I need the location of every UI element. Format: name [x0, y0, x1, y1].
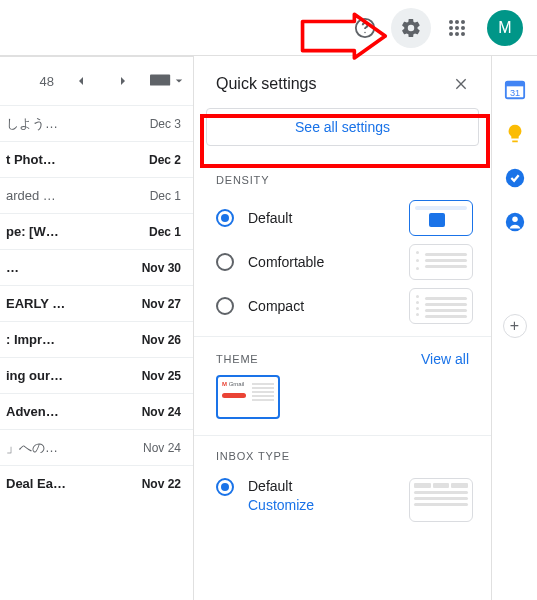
message-row[interactable]: Adven…Nov 24	[0, 393, 193, 429]
inbox-type-default-radio[interactable]	[216, 478, 234, 496]
inbox-customize-link[interactable]: Customize	[248, 497, 395, 513]
svg-text:31: 31	[509, 88, 519, 98]
density-preview	[409, 288, 473, 324]
close-panel-button[interactable]	[449, 72, 473, 96]
keep-icon	[504, 123, 526, 145]
density-label: Default	[248, 210, 395, 226]
inbox-section-title: INBOX TYPE	[194, 436, 491, 472]
message-subject: 」への…	[6, 439, 58, 457]
list-toolbar: 48	[0, 57, 193, 105]
quick-settings-panel: Quick settings See all settings DENSITY …	[193, 56, 491, 600]
density-option-comfortable[interactable]: Comfortable	[194, 240, 491, 284]
message-date: Nov 24	[142, 405, 181, 419]
density-preview	[409, 200, 473, 236]
svg-point-4	[461, 20, 465, 24]
message-subject: …	[6, 260, 19, 275]
message-row[interactable]: arded …Dec 1	[0, 177, 193, 213]
svg-point-7	[461, 26, 465, 30]
plus-icon: +	[510, 317, 519, 335]
help-button[interactable]	[345, 8, 385, 48]
tasks-icon	[504, 167, 526, 189]
svg-rect-13	[505, 82, 523, 87]
keep-addon[interactable]	[503, 122, 527, 146]
panel-title: Quick settings	[216, 75, 316, 93]
page-count: 48	[40, 74, 54, 89]
close-icon	[453, 76, 469, 92]
message-row[interactable]: 」への…Nov 24	[0, 429, 193, 465]
svg-point-3	[455, 20, 459, 24]
svg-point-2	[449, 20, 453, 24]
message-date: Dec 2	[149, 153, 181, 167]
svg-point-1	[364, 31, 365, 32]
next-page-button[interactable]	[108, 73, 138, 89]
message-subject: : Impr…	[6, 332, 55, 347]
density-label: Comfortable	[248, 254, 395, 270]
theme-thumbnail[interactable]: M Gmail	[216, 375, 280, 419]
see-all-settings-button[interactable]: See all settings	[206, 108, 479, 146]
density-option-compact[interactable]: Compact	[194, 284, 491, 328]
contacts-addon[interactable]	[503, 210, 527, 234]
calendar-addon[interactable]: 31	[503, 78, 527, 102]
top-toolbar: M	[0, 0, 537, 56]
density-option-default[interactable]: Default	[194, 196, 491, 240]
message-subject: t Phot…	[6, 152, 56, 167]
message-subject: arded …	[6, 188, 56, 203]
gear-icon	[400, 17, 422, 39]
add-addon-button[interactable]: +	[503, 314, 527, 338]
message-row[interactable]: t Phot…Dec 2	[0, 141, 193, 177]
message-subject: しよう…	[6, 115, 58, 133]
message-subject: Adven…	[6, 404, 59, 419]
message-subject: pe: [W…	[6, 224, 59, 239]
message-date: Dec 1	[150, 189, 181, 203]
inbox-type-preview	[409, 478, 473, 522]
chevron-down-icon	[175, 77, 183, 85]
message-date: Nov 24	[143, 441, 181, 455]
message-row[interactable]: …Nov 30	[0, 249, 193, 285]
theme-view-all-link[interactable]: View all	[421, 351, 469, 367]
help-icon	[354, 17, 376, 39]
svg-point-6	[455, 26, 459, 30]
inbox-type-label: Default	[248, 478, 395, 494]
message-date: Dec 1	[149, 225, 181, 239]
message-date: Nov 26	[142, 333, 181, 347]
svg-point-10	[461, 32, 465, 36]
density-radio[interactable]	[216, 253, 234, 271]
theme-section-title: THEME	[216, 353, 259, 365]
message-row[interactable]: しよう…Dec 3	[0, 105, 193, 141]
settings-button[interactable]	[391, 8, 431, 48]
apps-button[interactable]	[437, 8, 477, 48]
chevron-left-icon	[73, 73, 89, 89]
message-row[interactable]: pe: [W…Dec 1	[0, 213, 193, 249]
message-subject: EARLY …	[6, 296, 65, 311]
prev-page-button[interactable]	[66, 73, 96, 89]
message-date: Nov 27	[142, 297, 181, 311]
message-date: Dec 3	[150, 117, 181, 131]
message-subject: ing our…	[6, 368, 63, 383]
message-row[interactable]: EARLY …Nov 27	[0, 285, 193, 321]
svg-rect-11	[150, 75, 170, 86]
input-tools-button[interactable]	[150, 74, 183, 88]
message-date: Nov 30	[142, 261, 181, 275]
message-row[interactable]: : Impr…Nov 26	[0, 321, 193, 357]
density-radio[interactable]	[216, 297, 234, 315]
message-date: Nov 25	[142, 369, 181, 383]
side-panel: 31 +	[491, 56, 537, 600]
contacts-icon	[504, 211, 526, 233]
message-list: 48 しよう…Dec 3t Phot…Dec 2arded …Dec 1pe: …	[0, 56, 193, 600]
density-section-title: DENSITY	[194, 160, 491, 196]
message-subject: Deal Ea…	[6, 476, 66, 491]
svg-point-5	[449, 26, 453, 30]
message-row[interactable]: ing our…Nov 25	[0, 357, 193, 393]
calendar-icon: 31	[504, 79, 526, 101]
account-avatar[interactable]: M	[487, 10, 523, 46]
apps-grid-icon	[448, 19, 466, 37]
svg-point-8	[449, 32, 453, 36]
message-row[interactable]: Deal Ea…Nov 22	[0, 465, 193, 501]
density-preview	[409, 244, 473, 280]
density-radio[interactable]	[216, 209, 234, 227]
density-label: Compact	[248, 298, 395, 314]
tasks-addon[interactable]	[503, 166, 527, 190]
keyboard-icon	[150, 74, 172, 88]
message-date: Nov 22	[142, 477, 181, 491]
chevron-right-icon	[115, 73, 131, 89]
